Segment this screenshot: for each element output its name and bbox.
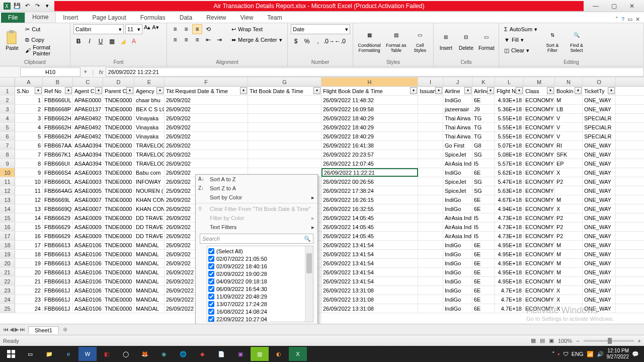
cell[interactable]: FBB6662H xyxy=(43,132,73,140)
cell[interactable]: ASAE0106 xyxy=(73,304,103,313)
cell[interactable]: TNDE0000 xyxy=(103,286,134,295)
cell[interactable]: FBB66613 xyxy=(43,250,73,258)
column-header[interactable]: E xyxy=(134,78,165,86)
edge-icon[interactable]: e xyxy=(59,347,77,361)
window-restore-icon[interactable]: ▭ xyxy=(627,16,632,23)
cell[interactable]: ONE_WAY xyxy=(583,204,616,213)
cell[interactable]: I5 xyxy=(472,232,495,240)
cell[interactable]: 19 xyxy=(15,259,43,267)
currency-icon[interactable]: $ xyxy=(291,36,301,46)
row-header[interactable]: 12 xyxy=(0,186,15,195)
fill-color-button[interactable]: ◢ xyxy=(118,36,128,46)
cell[interactable]: APAE0137 xyxy=(73,105,103,113)
cell[interactable]: 26/09/2022 11:22:21 xyxy=(321,168,418,177)
cell[interactable]: 6E xyxy=(472,250,495,258)
undo-icon[interactable]: ↶ xyxy=(23,2,31,10)
cell[interactable]: MANDAL xyxy=(134,259,165,267)
cell[interactable]: ECONOMY xyxy=(524,141,555,150)
cell[interactable]: FBB66613 xyxy=(43,268,73,276)
filter-dropdown-icon[interactable]: ▾ xyxy=(575,87,582,94)
conditional-formatting-button[interactable]: ▦Conditional Formatting xyxy=(356,24,382,56)
cell[interactable]: 26/09/2022 13:41:54 xyxy=(321,277,418,285)
cell[interactable]: TRAVELOG xyxy=(134,159,165,168)
filter-dropdown-icon[interactable]: ▾ xyxy=(35,87,42,94)
cell[interactable]: 4.7E+18 xyxy=(495,295,524,304)
cell[interactable]: M xyxy=(555,259,583,267)
cell[interactable]: ONE_WAY xyxy=(583,213,616,222)
checklist-scrollbar[interactable] xyxy=(305,246,313,322)
column-filter-header[interactable]: TicketTy▾ xyxy=(583,87,616,95)
window-close-icon[interactable]: ✕ xyxy=(635,16,640,23)
row-header[interactable]: 3 xyxy=(0,105,15,113)
app-icon-7[interactable]: ◐ xyxy=(270,347,288,361)
cell[interactable]: Thai Airwa xyxy=(443,123,472,131)
cell[interactable]: 18 xyxy=(15,250,43,258)
app-icon[interactable]: ◧ xyxy=(98,347,116,361)
cell[interactable]: 26/09/202 xyxy=(165,96,248,104)
view-layout-icon[interactable]: ▤ xyxy=(540,337,545,344)
tab-nav-first-icon[interactable]: ⏮ xyxy=(3,326,9,333)
tray-volume-icon[interactable]: 🔊 xyxy=(597,351,604,357)
align-center-icon[interactable]: ≡ xyxy=(181,35,191,45)
cell[interactable] xyxy=(418,177,443,186)
cell[interactable]: 20 xyxy=(15,268,43,276)
column-filter-header[interactable]: Ref No▾ xyxy=(43,87,73,95)
cell[interactable]: 26/09/2022 13:41:54 xyxy=(321,259,418,267)
cell[interactable] xyxy=(418,132,443,140)
sheet-tab[interactable]: Sheet1 xyxy=(28,326,59,334)
cell[interactable]: 6E xyxy=(472,241,495,249)
cell[interactable]: TNDE0000 xyxy=(103,132,134,140)
cell[interactable]: TNDE0000 xyxy=(103,105,134,113)
cell[interactable] xyxy=(248,141,321,150)
cell[interactable]: SPECIALR xyxy=(583,123,616,131)
cell[interactable]: FBB664AG xyxy=(43,186,73,195)
column-header[interactable]: I xyxy=(418,78,443,86)
row-header[interactable]: 8 xyxy=(0,150,15,159)
cell[interactable] xyxy=(248,114,321,122)
cell[interactable]: ECONOMY xyxy=(524,186,555,195)
close-button[interactable]: ✕ xyxy=(625,2,639,11)
cell[interactable]: APAE0492 xyxy=(73,123,103,131)
cell[interactable]: 5.62E+18 xyxy=(495,168,524,177)
cell[interactable]: SG xyxy=(472,186,495,195)
cell[interactable]: X xyxy=(555,204,583,213)
filter-check-item[interactable]: 16/08/2022 14:08:24 xyxy=(208,308,312,315)
notepad-icon[interactable]: 📄 xyxy=(212,347,230,361)
bold-button[interactable]: B xyxy=(73,36,84,46)
column-header[interactable]: B xyxy=(43,78,73,86)
cell[interactable]: 5.47E+18 xyxy=(495,177,524,186)
cell[interactable]: TNDE0000 xyxy=(103,277,134,285)
cell[interactable]: FBB667K1 xyxy=(43,150,73,159)
cell[interactable]: SFK xyxy=(555,150,583,159)
cell[interactable] xyxy=(418,168,443,177)
cell[interactable]: DD TRAVE xyxy=(134,213,165,222)
row-header[interactable]: 1 xyxy=(0,87,15,95)
cell[interactable]: I5 xyxy=(472,213,495,222)
cell[interactable]: ECONOMY xyxy=(524,232,555,240)
cell[interactable]: 6E xyxy=(472,259,495,267)
cell[interactable]: ASAE0106 xyxy=(73,268,103,276)
cell[interactable]: ECONOMY xyxy=(524,105,555,113)
comma-icon[interactable]: , xyxy=(313,36,323,46)
filter-check-item[interactable]: 13/07/2022 17:24:28 xyxy=(208,300,312,308)
explorer-icon[interactable]: 📁 xyxy=(40,347,58,361)
firefox-icon[interactable]: 🦊 xyxy=(136,347,154,361)
cell[interactable]: TNDE0000 xyxy=(103,223,134,231)
cell[interactable]: 26/09/2022 18:40:29 xyxy=(321,114,418,122)
zoom-slider[interactable] xyxy=(584,340,634,342)
cell[interactable] xyxy=(248,123,321,131)
format-cells-button[interactable]: ▭Format xyxy=(477,24,496,56)
cell[interactable] xyxy=(418,241,443,249)
cell[interactable]: KHAN CON xyxy=(134,195,165,204)
cell[interactable]: ECONOMY xyxy=(524,132,555,140)
chrome-icon[interactable]: 🌐 xyxy=(174,347,192,361)
cell[interactable] xyxy=(418,286,443,295)
column-header[interactable]: J xyxy=(443,78,472,86)
cell[interactable]: TRAVELOG xyxy=(134,150,165,159)
cell[interactable]: 14 xyxy=(15,213,43,222)
cell[interactable] xyxy=(418,159,443,168)
filter-check-item[interactable]: 11/09/2022 20:48:29 xyxy=(208,293,312,300)
cell[interactable]: 26/09/202 xyxy=(165,114,248,122)
cell[interactable]: KHAN CON xyxy=(134,204,165,213)
cell[interactable]: 9 xyxy=(15,168,43,177)
